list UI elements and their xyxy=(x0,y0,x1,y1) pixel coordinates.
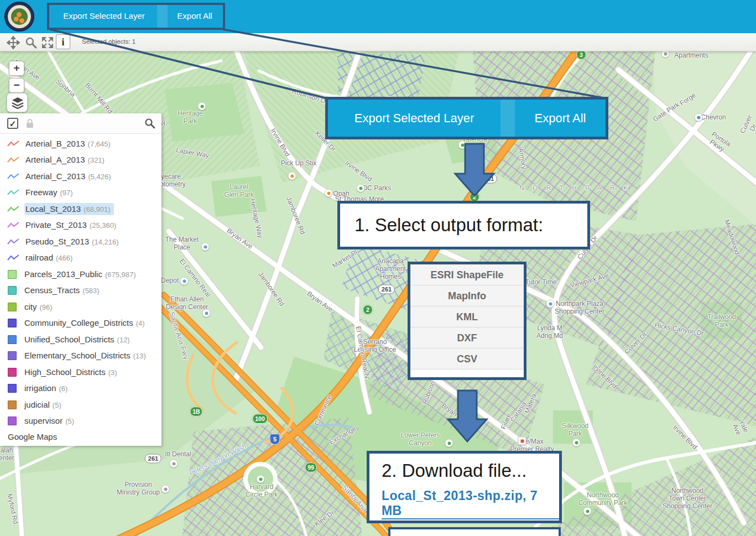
layer-line-icon xyxy=(7,221,20,229)
layer-item-Unified_School_Districts[interactable]: Unified_School_Districts(12) xyxy=(0,331,161,348)
layer-count: (7,645) xyxy=(88,140,111,148)
layer-item-city[interactable]: city(96) xyxy=(0,299,161,315)
layer-count: (14,216) xyxy=(92,238,118,246)
layer-item-Freeway[interactable]: Freeway(97) xyxy=(0,185,161,201)
layer-line-icon xyxy=(7,173,20,180)
zoom-tool-icon[interactable] xyxy=(24,36,38,49)
layer-name: Census_Tracts xyxy=(24,285,80,295)
layer-item-irrigation[interactable]: irrigation(6) xyxy=(0,381,161,397)
layer-count: (97) xyxy=(60,189,73,197)
layer-square-icon xyxy=(8,400,17,409)
layer-square-icon xyxy=(8,286,17,295)
format-option-KML[interactable]: KML xyxy=(410,306,524,327)
layer-square-icon xyxy=(8,335,17,344)
layer-count: (3) xyxy=(108,368,117,377)
format-option-MapInfo[interactable]: MapInfo xyxy=(410,285,524,306)
layer-item-Arterial_A_2013[interactable]: Arterial_A_2013(321) xyxy=(0,152,161,169)
layer-item-Community_College_Districts[interactable]: Community_College_Districts(4) xyxy=(0,315,161,332)
layer-item-Census_Tracts[interactable]: Census_Tracts(583) xyxy=(0,283,161,299)
layer-count: (5) xyxy=(65,417,74,425)
layer-line-icon xyxy=(7,189,20,196)
layer-item-Private_St_2013[interactable]: Private_St_2013(25,360) xyxy=(0,217,161,234)
layer-count: (68,901) xyxy=(84,205,110,214)
layer-square-icon xyxy=(8,384,17,393)
layer-item-Local_St_2013[interactable]: Local_St_2013(68,901) xyxy=(0,201,161,217)
layer-item-railroad[interactable]: railroad(466) xyxy=(0,250,161,267)
download-file-link[interactable]: Local_St_2013-shp.zip, 7 MB xyxy=(382,488,559,519)
lock-icon xyxy=(24,118,35,131)
layers-button[interactable] xyxy=(7,93,28,112)
layer-list: Arterial_B_2013(7,645)Arterial_A_2013(32… xyxy=(0,136,161,429)
export-selected-layer-button-large[interactable]: Export Selected Layer xyxy=(328,100,500,137)
layer-count: (96) xyxy=(40,303,53,311)
layer-panel: ✓ Arterial_B_2013(7,645)Arterial_A_2013(… xyxy=(0,113,161,446)
layer-count: (6) xyxy=(59,384,68,393)
layer-name: railroad xyxy=(25,253,53,262)
layer-line-icon xyxy=(7,156,20,164)
layer-name: Arterial_C_2013 xyxy=(25,171,85,181)
layer-name: Arterial_A_2013 xyxy=(25,155,85,164)
layer-count: (12) xyxy=(117,336,130,344)
layer-item-supervisor[interactable]: supervisor(5) xyxy=(0,413,161,430)
layer-name: Freeway xyxy=(25,188,58,197)
layers-icon xyxy=(11,96,24,110)
format-option-CSV[interactable]: CSV xyxy=(410,348,524,370)
layer-square-icon xyxy=(8,368,17,377)
layer-name: Local_St_2013 xyxy=(25,204,81,214)
county-seal-logo xyxy=(4,2,34,32)
step1-title-box: 1. Select output format: xyxy=(337,201,590,249)
layer-square-icon xyxy=(8,351,17,360)
layer-name: irrigation xyxy=(24,383,56,393)
layer-count: (13) xyxy=(133,352,146,360)
layer-name: supervisor xyxy=(24,416,62,425)
layer-search-icon[interactable] xyxy=(144,117,156,132)
format-option-ESRI ShapeFile[interactable]: ESRI ShapeFile xyxy=(410,264,524,285)
layer-square-icon xyxy=(8,417,17,425)
step2-title: 2. Download file... xyxy=(382,460,559,481)
layer-name: Arterial_B_2013 xyxy=(25,139,85,148)
format-list: ESRI ShapeFileMapInfoKMLDXFCSV xyxy=(408,262,526,380)
layer-square-icon xyxy=(8,319,17,327)
layer-count: (5,426) xyxy=(88,173,111,181)
layer-item-Elementary_School_Districts[interactable]: Elementary_School_Districts(13) xyxy=(0,348,161,365)
layer-count: (675,987) xyxy=(105,270,136,279)
callout-highlight-rect xyxy=(47,3,225,30)
layer-name: Parcels_2013_Public xyxy=(24,269,102,279)
layer-name: city xyxy=(24,302,37,311)
layer-item-Parcels_2013_Public[interactable]: Parcels_2013_Public(675,987) xyxy=(0,266,161,283)
layer-name: judicial xyxy=(24,400,50,409)
export-all-button-large[interactable]: Export All xyxy=(515,100,606,137)
layer-name: Community_College_Districts xyxy=(24,318,133,327)
layer-item-High_School_Districts[interactable]: High_School_Districts(3) xyxy=(0,364,161,381)
gis-export-app: Bryan AveBurnt Mill RdSonbriaTiburon Way… xyxy=(0,0,756,536)
layer-line-icon xyxy=(7,205,20,213)
zoom-in-button[interactable]: + xyxy=(9,61,24,76)
layer-item-judicial[interactable]: judicial(5) xyxy=(0,397,161,413)
layer-item-Arterial_B_2013[interactable]: Arterial_B_2013(7,645) xyxy=(0,136,161,152)
layer-count: (321) xyxy=(88,156,105,164)
selected-objects-status: Selected objects: 1 xyxy=(82,38,135,45)
partial-box-bottom xyxy=(388,527,561,536)
layer-count: (25,360) xyxy=(90,221,116,230)
layer-item-Arterial_C_2013[interactable]: Arterial_C_2013(5,426) xyxy=(0,168,161,185)
layer-line-icon xyxy=(7,140,20,148)
select-all-checkbox[interactable]: ✓ xyxy=(7,118,18,129)
layer-panel-header: ✓ xyxy=(0,113,161,134)
fullscreen-tool-icon[interactable] xyxy=(41,36,54,49)
layer-line-icon xyxy=(7,254,20,262)
layer-name: High_School_Districts xyxy=(24,367,106,377)
step2-download-box: 2. Download file... Local_St_2013-shp.zi… xyxy=(367,451,562,523)
map-attribution[interactable]: Google Maps xyxy=(8,432,57,441)
format-option-DXF[interactable]: DXF xyxy=(410,327,524,348)
zoom-out-button[interactable]: − xyxy=(9,78,24,93)
layer-name: Unified_School_Districts xyxy=(24,335,114,344)
info-tool-button[interactable]: i xyxy=(56,34,70,49)
layer-name: Elementary_School_Districts xyxy=(24,351,131,360)
layer-line-icon xyxy=(7,238,20,246)
layer-count: (466) xyxy=(56,254,72,262)
layer-count: (5) xyxy=(53,401,61,409)
layer-count: (4) xyxy=(136,319,145,327)
layer-count: (583) xyxy=(82,287,99,295)
pan-tool-icon[interactable] xyxy=(7,36,20,49)
layer-item-Pseudo_St_2013[interactable]: Pseudo_St_2013(14,216) xyxy=(0,233,161,250)
